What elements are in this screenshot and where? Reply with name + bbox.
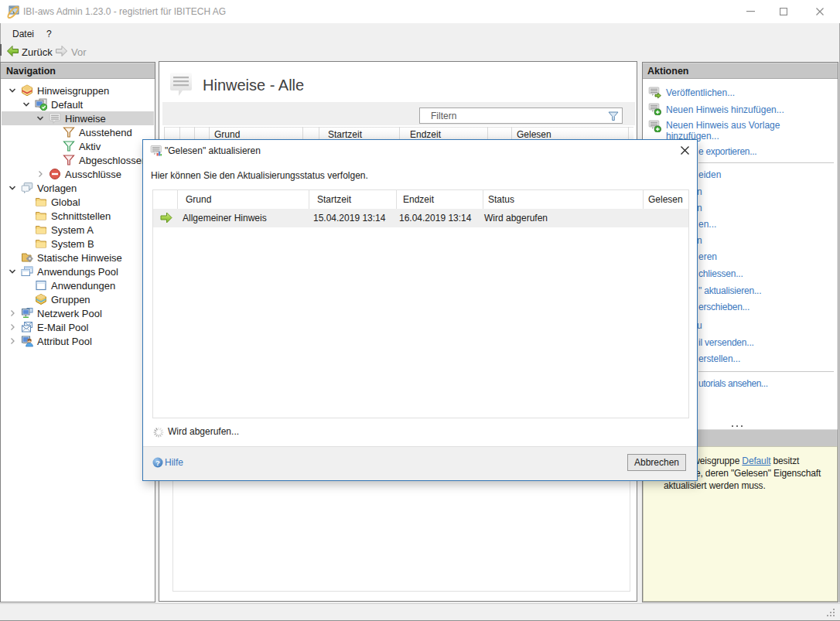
svg-text:?: ?	[155, 459, 160, 467]
